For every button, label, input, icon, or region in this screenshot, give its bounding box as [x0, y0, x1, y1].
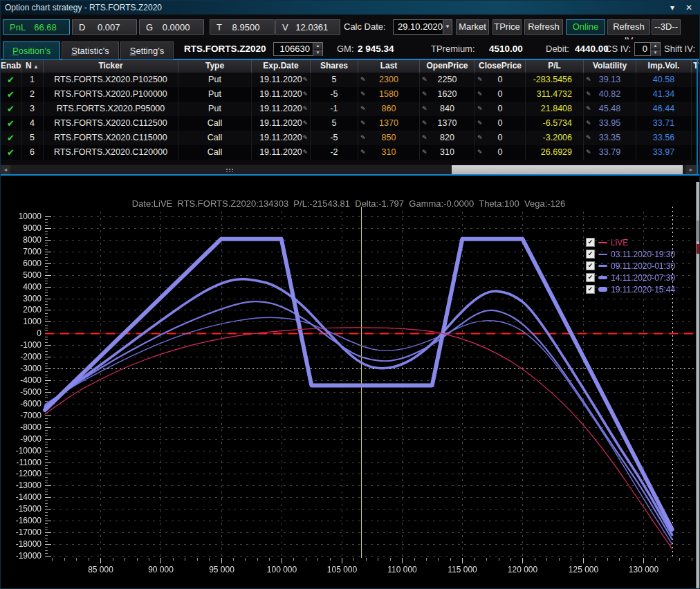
edit-pencil-icon[interactable]: ✎	[477, 116, 483, 131]
scroll-grip[interactable]	[225, 168, 234, 172]
edit-pencil-icon[interactable]: ✎	[586, 145, 591, 160]
edit-pencil-icon[interactable]: ✎	[422, 87, 427, 102]
chevron-down-icon[interactable]: ▼	[443, 20, 452, 34]
header-cell-ticker[interactable]: Ticker	[44, 60, 178, 73]
calc-date-select[interactable]: 29.10.2020 ▼	[393, 19, 452, 35]
price-spinner[interactable]: 106630 ▲ ▼	[273, 42, 323, 56]
legend-checkbox[interactable]: ✔	[586, 261, 595, 270]
header-cell-openprice[interactable]: OpenPrice	[420, 60, 475, 73]
header-cell-last[interactable]: Last	[358, 60, 420, 73]
header-cell-n[interactable]: N ▲	[21, 60, 44, 73]
edit-pencil-icon[interactable]: ✎	[477, 87, 483, 102]
spin-up-icon[interactable]: ▲	[651, 43, 660, 50]
edit-pencil-icon[interactable]: ✎	[422, 102, 427, 116]
edit-pencil-icon[interactable]: ✎	[360, 145, 366, 160]
edit-pencil-icon[interactable]: ✎	[360, 131, 366, 145]
header-cell-shares[interactable]: Shares	[311, 60, 358, 73]
edit-pencil-icon[interactable]: ✎	[422, 145, 427, 160]
enable-check-icon[interactable]: ✔	[7, 89, 15, 100]
price-spinner-value[interactable]: 106630	[274, 43, 313, 55]
table-row[interactable]: ✔4RTS.FORTS.X2020.C112500Call19.11.2020✎…	[1, 116, 700, 131]
enable-check-icon[interactable]: ✔	[7, 118, 15, 129]
spin-down-icon[interactable]: ▼	[651, 50, 660, 56]
edit-pencil-icon[interactable]: ✎	[360, 102, 366, 116]
header-cell-t[interactable]: T	[692, 60, 700, 73]
edit-pencil-icon[interactable]: ✎	[586, 131, 591, 145]
enable-check-icon[interactable]: ✔	[7, 133, 15, 143]
edit-pencil-icon[interactable]: ✎	[422, 73, 427, 87]
market-button[interactable]: Market	[456, 19, 489, 35]
edit-pencil-icon[interactable]: ✎	[302, 73, 308, 87]
table-row[interactable]: ✔3RTS.FORTS.X2020.P95000Put19.11.2020✎-1…	[1, 102, 700, 116]
debit-label: Debit:	[546, 40, 569, 58]
edit-pencil-icon[interactable]: ✎	[477, 102, 483, 116]
header-cell-volatility[interactable]: Volatility	[584, 60, 636, 73]
edit-pencil-icon[interactable]: ✎	[586, 102, 591, 116]
legend-label: 19.11.2020-15:44	[611, 285, 675, 294]
enable-check-icon[interactable]: ✔	[7, 75, 15, 85]
enable-check-icon[interactable]: ✔	[7, 104, 15, 114]
edit-pencil-icon[interactable]: ✎	[360, 73, 366, 87]
online-button[interactable]: Online	[566, 19, 605, 35]
spin-up-icon[interactable]: ▲	[313, 43, 322, 50]
cs-iv-spinner[interactable]: 0 ▲ ▼	[634, 42, 661, 56]
legend-checkbox[interactable]: ✔	[586, 273, 595, 282]
tab-setting-s[interactable]: Setting's	[120, 41, 174, 59]
cell-enable: ✔	[1, 145, 21, 160]
h-scrollbar[interactable]: ◄ ►	[1, 164, 700, 174]
table-row[interactable]: ✔2RTS.FORTS.X2020.P100000Put19.11.2020✎-…	[1, 87, 700, 102]
edit-pencil-icon[interactable]: ✎	[302, 116, 308, 131]
edit-pencil-icon[interactable]: ✎	[586, 116, 591, 131]
cell-ticker: RTS.FORTS.X2020.P102500	[44, 73, 178, 87]
scroll-thumb[interactable]	[452, 165, 683, 174]
edit-pencil-icon[interactable]: ✎	[477, 145, 483, 160]
header-cell-enable[interactable]: Enable	[1, 60, 21, 73]
cell-last: ✎860	[358, 102, 420, 116]
legend-checkbox[interactable]: ✔	[586, 285, 595, 294]
cell-vol: ✎45.48	[584, 102, 636, 116]
edit-pencil-icon[interactable]: ✎	[360, 87, 366, 102]
edit-pencil-icon[interactable]: ✎	[302, 131, 308, 145]
legend-checkbox[interactable]: ✔	[586, 238, 595, 247]
edit-pencil-icon[interactable]: ✎	[302, 102, 308, 116]
chart-vscroll-strip[interactable]	[696, 182, 700, 588]
legend-color-dash	[598, 265, 607, 267]
minimize-icon[interactable]: ▾	[670, 1, 674, 15]
edit-pencil-icon[interactable]: ✎	[360, 116, 366, 131]
edit-pencil-icon[interactable]: ✎	[422, 131, 427, 145]
cell-pl: 21.8408	[526, 102, 584, 116]
tab-position-s[interactable]: Position's	[3, 41, 60, 59]
edit-pencil-icon[interactable]: ✎	[477, 73, 483, 87]
edit-pencil-icon[interactable]: ✎	[422, 116, 427, 131]
3d-button[interactable]: --3D--	[652, 19, 681, 35]
close-icon[interactable]: ✕	[685, 1, 692, 15]
legend-checkbox[interactable]: ✔	[586, 250, 595, 259]
enable-check-icon[interactable]: ✔	[7, 147, 15, 158]
edit-pencil-icon[interactable]: ✎	[477, 131, 483, 145]
edit-pencil-icon[interactable]: ✎	[302, 145, 308, 160]
table-row[interactable]: ✔1RTS.FORTS.X2020.P102500Put19.11.2020✎5…	[1, 73, 700, 87]
window-title: Option chart strategy - RTS.FORTS.Z2020	[5, 3, 162, 12]
cell-shares: -1	[311, 102, 358, 116]
refresh-iv-button[interactable]: Refresh IV	[607, 19, 650, 35]
spin-down-icon[interactable]: ▼	[313, 50, 322, 56]
edit-pencil-icon[interactable]: ✎	[302, 87, 308, 102]
edit-pencil-icon[interactable]: ✎	[586, 73, 591, 87]
header-cell-closeprice[interactable]: ClosePrice	[475, 60, 526, 73]
edit-pencil-icon[interactable]: ✎	[586, 87, 591, 102]
scroll-left-icon[interactable]: ◄	[1, 165, 10, 174]
tab-statistic-s[interactable]: Statistic's	[62, 41, 119, 59]
cell-pl: 311.4732	[526, 87, 584, 102]
cs-iv-value[interactable]: 0	[635, 43, 650, 55]
header-cell-imp-vol[interactable]: Imp.Vol.	[636, 60, 692, 73]
refresh-button[interactable]: Refresh	[524, 19, 563, 35]
header-cell-exp-date[interactable]: Exp.Date	[252, 60, 311, 73]
table-row[interactable]: ✔6RTS.FORTS.X2020.C120000Call19.11.2020✎…	[1, 145, 700, 160]
vscroll-thumb[interactable]	[697, 221, 700, 241]
scroll-right-icon[interactable]: ►	[686, 165, 696, 174]
header-cell-p-l[interactable]: P/L	[526, 60, 584, 73]
header-cell-type[interactable]: Type	[178, 60, 252, 73]
table-row[interactable]: ✔5RTS.FORTS.X2020.C115000Call19.11.2020✎…	[1, 131, 700, 145]
cell-impvol: 33.56	[636, 131, 692, 145]
tprice-button[interactable]: TPrice	[492, 19, 522, 35]
